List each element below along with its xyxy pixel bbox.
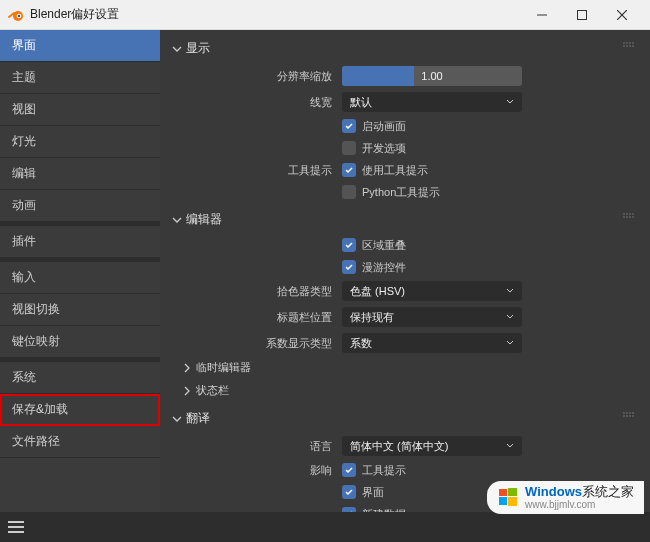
blender-logo-icon [8, 7, 24, 23]
sidebar-item[interactable]: 灯光 [0, 126, 160, 158]
svg-point-16 [626, 213, 627, 214]
drag-grip-icon[interactable] [622, 213, 636, 219]
row-language: 语言 简体中文 (简体中文) [164, 433, 642, 459]
label: 工具提示 [172, 163, 342, 178]
section-header-editor[interactable]: 编辑器 [164, 205, 642, 234]
select-value: 系数 [350, 336, 372, 351]
row-dev-extras: 开发选项 [164, 137, 642, 159]
sidebar-item[interactable]: 视图 [0, 94, 160, 126]
checkbox-label: 工具提示 [362, 463, 406, 478]
minimize-button[interactable] [522, 0, 562, 30]
sidebar-item[interactable]: 编辑 [0, 158, 160, 190]
window-controls [522, 0, 642, 30]
maximize-button[interactable] [562, 0, 602, 30]
splash-checkbox[interactable] [342, 119, 356, 133]
svg-point-17 [629, 213, 630, 214]
sidebar-item[interactable]: 插件 [0, 226, 160, 258]
language-select[interactable]: 简体中文 (简体中文) [342, 436, 522, 456]
region-overlap-checkbox[interactable] [342, 238, 356, 252]
checkbox-label: 界面 [362, 485, 384, 500]
checkbox-label: 新建数据 [362, 507, 406, 513]
select-value: 保持现有 [350, 310, 394, 325]
row-line-width: 线宽 默认 [164, 89, 642, 115]
row-affect-tooltips: 影响 工具提示 [164, 459, 642, 481]
section-header-translation[interactable]: 翻译 [164, 404, 642, 433]
chevron-down-icon [172, 44, 182, 54]
section-title: 显示 [186, 40, 210, 57]
sidebar-item[interactable]: 动画 [0, 190, 160, 222]
svg-point-21 [629, 216, 630, 217]
sidebar-item[interactable]: 系统 [0, 362, 160, 394]
chevron-down-icon [172, 215, 182, 225]
nav-controls-checkbox[interactable] [342, 260, 356, 274]
header-position-select[interactable]: 保持现有 [342, 307, 522, 327]
section-title: 翻译 [186, 410, 210, 427]
row-use-tooltips: 工具提示 使用工具提示 [164, 159, 642, 181]
dev-extras-checkbox[interactable] [342, 141, 356, 155]
label: 线宽 [172, 95, 342, 110]
sidebar-item[interactable]: 保存&加载 [0, 394, 160, 426]
line-width-select[interactable]: 默认 [342, 92, 522, 112]
drag-grip-icon[interactable] [622, 42, 636, 48]
svg-point-26 [632, 412, 633, 413]
svg-point-8 [626, 42, 627, 43]
section-editor: 编辑器 区域重叠 漫游控件 拾色器类型 [164, 205, 642, 402]
sub-header-temp-editor[interactable]: 临时编辑器 [164, 356, 642, 379]
select-value: 默认 [350, 95, 372, 110]
slider-value: 1.00 [421, 70, 442, 82]
drag-grip-icon[interactable] [622, 412, 636, 418]
use-tooltips-checkbox[interactable] [342, 163, 356, 177]
bottombar [0, 512, 650, 542]
row-region-overlap: 区域重叠 [164, 234, 642, 256]
svg-point-13 [629, 45, 630, 46]
svg-point-20 [626, 216, 627, 217]
python-tooltips-checkbox[interactable] [342, 185, 356, 199]
svg-point-9 [629, 42, 630, 43]
sidebar-item[interactable]: 界面 [0, 30, 160, 62]
svg-point-12 [626, 45, 627, 46]
watermark: Windows系统之家 www.bjjmlv.com [487, 481, 644, 514]
sidebar-item[interactable]: 主题 [0, 62, 160, 94]
sidebar-item[interactable]: 文件路径 [0, 426, 160, 458]
sidebar-item[interactable]: 输入 [0, 262, 160, 294]
checkbox-label: 区域重叠 [362, 238, 406, 253]
affect-interface-checkbox[interactable] [342, 485, 356, 499]
row-color-picker: 拾色器类型 色盘 (HSV) [164, 278, 642, 304]
titlebar: Blender偏好设置 [0, 0, 650, 30]
svg-point-30 [632, 415, 633, 416]
sub-header-status-bar[interactable]: 状态栏 [164, 379, 642, 402]
select-value: 色盘 (HSV) [350, 284, 405, 299]
row-python-tooltips: Python工具提示 [164, 181, 642, 203]
svg-point-14 [632, 45, 633, 46]
chevron-down-icon [506, 98, 514, 106]
color-picker-select[interactable]: 色盘 (HSV) [342, 281, 522, 301]
affect-newdata-checkbox[interactable] [342, 507, 356, 512]
chevron-down-icon [172, 414, 182, 424]
resolution-scale-slider[interactable]: 1.00 [342, 66, 522, 86]
affect-tooltips-checkbox[interactable] [342, 463, 356, 477]
svg-point-11 [623, 45, 624, 46]
section-title: 编辑器 [186, 211, 222, 228]
svg-point-22 [632, 216, 633, 217]
content-panel: 显示 分辨率缩放 1.00 线宽 默认 [160, 30, 650, 512]
sidebar-item[interactable]: 键位映射 [0, 326, 160, 358]
row-nav-controls: 漫游控件 [164, 256, 642, 278]
svg-point-10 [632, 42, 633, 43]
label: 语言 [172, 439, 342, 454]
sidebar-item[interactable]: 视图切换 [0, 294, 160, 326]
chevron-right-icon [182, 386, 192, 396]
svg-point-24 [626, 412, 627, 413]
section-header-display[interactable]: 显示 [164, 34, 642, 63]
checkbox-label: Python工具提示 [362, 185, 440, 200]
row-header-position: 标题栏位置 保持现有 [164, 304, 642, 330]
close-button[interactable] [602, 0, 642, 30]
label: 拾色器类型 [172, 284, 342, 299]
hamburger-menu-button[interactable] [8, 520, 24, 534]
svg-point-28 [626, 415, 627, 416]
label: 标题栏位置 [172, 310, 342, 325]
svg-point-27 [623, 415, 624, 416]
windows-logo-icon [497, 486, 519, 508]
factor-display-select[interactable]: 系数 [342, 333, 522, 353]
window-title: Blender偏好设置 [30, 6, 119, 23]
chevron-right-icon [182, 363, 192, 373]
